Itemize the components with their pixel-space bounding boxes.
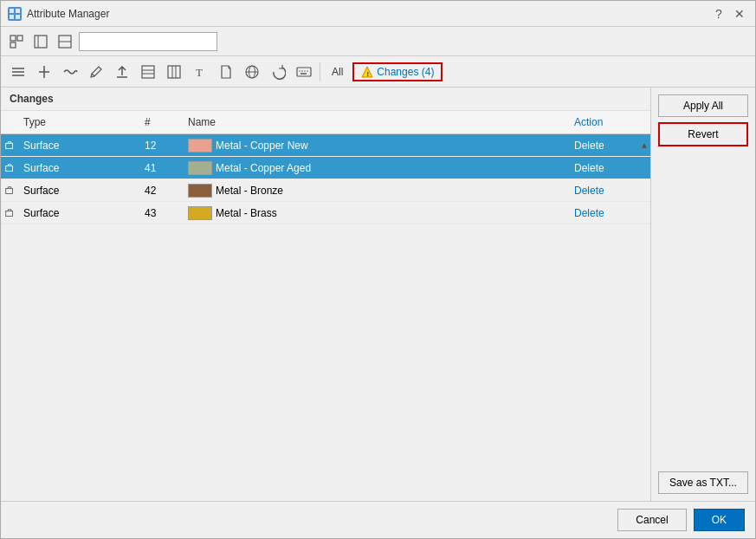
svg-rect-1 — [16, 9, 20, 13]
changes-header: Changes — [1, 88, 650, 111]
header-scroll — [638, 114, 650, 130]
tag-tool[interactable] — [32, 60, 56, 84]
color-swatch — [188, 184, 212, 198]
footer: Cancel OK — [1, 501, 755, 538]
scroll-indicator: ▲ — [638, 139, 650, 152]
header-type: Type — [18, 114, 139, 130]
title-bar-left: Attribute Manager — [8, 7, 109, 21]
refresh-tool[interactable] — [266, 60, 290, 84]
right-panel: Apply All Revert Save as TXT... — [651, 88, 755, 501]
surface-icon — [4, 162, 15, 174]
scroll-spacer — [638, 166, 650, 170]
apply-all-button[interactable]: Apply All — [658, 94, 748, 117]
table-header: Type # Name Action — [1, 111, 650, 134]
svg-rect-18 — [142, 66, 154, 78]
table-row[interactable]: Surface 12 Metal - Copper New Delete ▲ — [1, 134, 650, 157]
toolbar-main: T All ! Changes (4) — [1, 56, 755, 88]
layers-tool[interactable] — [6, 60, 30, 84]
svg-rect-3 — [16, 15, 20, 19]
grid-v-tool[interactable] — [162, 60, 186, 84]
svg-rect-2 — [10, 15, 14, 19]
tab-changes[interactable]: ! Changes (4) — [352, 62, 443, 81]
color-swatch — [188, 206, 212, 220]
row-action: Delete — [569, 137, 638, 154]
left-panel: Changes Type # Name Action — [1, 88, 651, 501]
row-name-cell: Metal - Copper New — [183, 136, 569, 155]
svg-rect-21 — [168, 66, 180, 78]
tab-all[interactable]: All — [324, 63, 351, 81]
revert-button[interactable]: Revert — [658, 122, 748, 146]
surface-icon — [4, 140, 15, 152]
surface-icon — [4, 207, 15, 219]
main-content: Changes Type # Name Action — [1, 88, 755, 501]
svg-rect-28 — [297, 68, 311, 76]
row-name: Metal - Copper New — [216, 140, 308, 152]
text-tool[interactable]: T — [188, 60, 212, 84]
tool-btn-3[interactable] — [55, 31, 75, 52]
color-swatch — [188, 161, 212, 175]
header-number: # — [139, 114, 183, 130]
row-name-cell: Metal - Bronze — [183, 181, 569, 200]
tab-changes-label: Changes (4) — [377, 66, 434, 78]
row-icon — [1, 162, 18, 174]
svg-line-16 — [92, 74, 94, 76]
header-action: Action — [569, 114, 638, 130]
table-body: Surface 12 Metal - Copper New Delete ▲ — [1, 134, 650, 501]
help-button[interactable]: ? — [710, 5, 727, 23]
header-name: Name — [183, 114, 569, 130]
svg-text:T: T — [196, 66, 203, 79]
globe-tool[interactable] — [240, 60, 264, 84]
row-name-cell: Metal - Brass — [183, 204, 569, 223]
svg-rect-0 — [10, 9, 14, 13]
row-type: Surface — [18, 182, 139, 199]
row-type: Surface — [18, 137, 139, 154]
svg-rect-44 — [6, 188, 13, 193]
tool-btn-2[interactable] — [30, 31, 51, 52]
toolbar-separator — [320, 62, 320, 81]
close-button[interactable]: ✕ — [731, 5, 748, 23]
tool-btn-1[interactable] — [6, 31, 27, 52]
pencil-tool[interactable] — [84, 60, 108, 84]
svg-rect-7 — [35, 36, 47, 48]
surface-icon — [4, 185, 15, 197]
row-name: Metal - Bronze — [216, 185, 283, 197]
save-as-txt-button[interactable]: Save as TXT... — [658, 471, 748, 494]
cancel-button[interactable]: Cancel — [617, 509, 686, 531]
table-row[interactable]: Surface 43 Metal - Brass Delete — [1, 202, 650, 224]
row-name: Metal - Copper Aged — [216, 162, 311, 174]
scroll-spacer — [638, 211, 650, 215]
svg-rect-40 — [6, 166, 13, 171]
toolbar-top — [1, 27, 755, 56]
search-input[interactable] — [79, 32, 217, 51]
ok-button[interactable]: OK — [694, 509, 745, 531]
upload-tool[interactable] — [110, 60, 134, 84]
window-title: Attribute Manager — [27, 8, 109, 20]
title-bar: Attribute Manager ? ✕ — [1, 1, 755, 27]
warning-icon: ! — [361, 66, 373, 78]
svg-rect-48 — [6, 211, 13, 216]
row-number: 43 — [139, 205, 183, 222]
row-action: Delete — [569, 182, 638, 199]
row-number: 12 — [139, 137, 183, 154]
row-icon — [1, 207, 18, 219]
row-name-cell: Metal - Copper Aged — [183, 159, 569, 178]
header-icon — [1, 114, 18, 130]
wave-tool[interactable] — [58, 60, 82, 84]
svg-rect-4 — [10, 36, 16, 41]
row-action: Delete — [569, 159, 638, 177]
row-number: 42 — [139, 182, 183, 199]
row-type: Surface — [18, 159, 139, 177]
row-icon — [1, 140, 18, 152]
svg-rect-36 — [6, 143, 13, 148]
app-icon — [8, 7, 22, 21]
main-window: Attribute Manager ? ✕ — [0, 0, 756, 539]
doc-tool[interactable] — [214, 60, 238, 84]
table-row[interactable]: Surface 41 Metal - Copper Aged Delete — [1, 157, 650, 179]
spacer — [658, 152, 748, 466]
title-bar-controls: ? ✕ — [710, 5, 748, 23]
row-type: Surface — [18, 205, 139, 222]
keyboard-tool[interactable] — [292, 60, 316, 84]
svg-rect-6 — [10, 42, 16, 48]
grid-h-tool[interactable] — [136, 60, 160, 84]
table-row[interactable]: Surface 42 Metal - Bronze Delete — [1, 179, 650, 202]
